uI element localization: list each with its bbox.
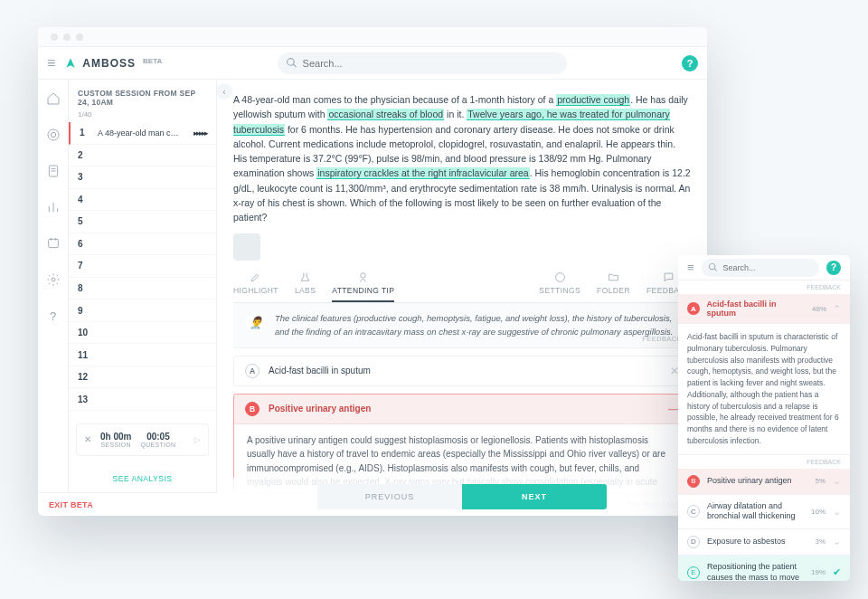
question-row[interactable]: 4 [69,189,216,212]
question-row[interactable]: 1 A 48-year-old man c… ▸▸▸▸▸ [69,122,216,145]
option-letter: A [687,302,700,315]
answer-option-b[interactable]: B Positive urinary antigen 5% ⌄ [678,469,850,495]
chevron-down-icon: ⌄ [833,536,841,547]
question-row[interactable]: 10 [69,322,216,345]
svg-point-0 [48,129,59,140]
search-input[interactable] [702,259,819,277]
menu-icon[interactable]: ≡ [47,55,55,71]
target-icon[interactable] [45,127,61,143]
top-bar: ≡ AMBOSS BETA ? [38,47,707,80]
question-row[interactable]: 12 [69,366,216,389]
answer-option-a[interactable]: A Acid-fast bacilli in sputum 48% ⌃ [678,294,850,324]
previous-button[interactable]: PREVIOUS [317,484,462,509]
help-button[interactable]: ? [826,261,841,275]
nav-rail: ? [38,80,69,492]
timer-panel: ✕ 0h 00m SESSION 00:05 QUESTION ▷ [76,423,209,456]
question-number: 1 [80,128,90,138]
check-icon: ✔ [833,566,841,578]
mobile-topbar: ≡ ? [678,255,850,280]
feedback-label[interactable]: FEEDBACK [678,280,850,294]
option-label: Acid-fast bacilli in sputum [707,300,805,318]
question-row[interactable]: 3 [69,166,216,189]
notes-icon[interactable] [45,163,61,179]
doctor-icon: 👨‍⚕️ [246,312,266,332]
option-explanation: Acid-fast bacilli in sputum is character… [678,324,850,455]
question-row[interactable]: 7 [69,255,216,278]
tab-attending-tip[interactable]: ATTENDING TIP [332,271,394,302]
tab-settings[interactable]: SETTINGS [539,271,580,302]
play-icon[interactable]: ▷ [194,435,201,444]
answer-option-d[interactable]: D Exposure to asbestos 3% ⌄ [678,529,850,556]
svg-point-6 [555,273,564,282]
session-time: 0h 00m [100,432,131,442]
search-input[interactable] [278,52,567,74]
question-row[interactable]: 9 [69,300,216,322]
option-label: Acid-fast bacilli in sputum [269,366,371,376]
option-percent: 48% [812,305,826,313]
window-chrome [38,27,707,47]
svg-rect-3 [48,239,58,247]
search-icon [708,262,718,272]
brand-text: AMBOSS [82,57,136,70]
browser-window: ≡ AMBOSS BETA ? ? CUSTOM SESSION FROM [38,27,707,516]
see-analysis-link[interactable]: SEE ANALYSIS [69,469,216,492]
layout-body: ? CUSTOM SESSION FROM SEP 24, 10AM 1/40 … [38,80,707,492]
chevron-down-icon: ⌄ [833,475,841,487]
session-title: CUSTOM SESSION FROM SEP 24, 10AM [69,80,216,110]
question-row[interactable]: 11 [69,344,216,366]
tip-text: The clinical features (productive cough,… [275,312,678,338]
chrome-dot [76,33,83,41]
xray-thumbnail[interactable] [233,233,260,261]
mobile-window: ≡ ? FEEDBACK A Acid-fast bacilli in sput… [678,255,850,581]
settings-icon[interactable] [45,271,61,288]
tab-folder[interactable]: FOLDER [597,271,630,302]
chevron-up-icon: ⌃ [834,304,841,313]
logo-icon [64,57,77,70]
close-icon[interactable]: ✕ [84,434,91,444]
brand-logo[interactable]: AMBOSS BETA [64,57,162,70]
help-button[interactable]: ? [682,55,698,71]
answer-option-e[interactable]: E Repositioning the patient causes the m… [678,556,850,581]
option-letter: B [245,402,259,416]
attending-tip-box: 👨‍⚕️ The clinical features (productive c… [233,303,691,348]
question-row[interactable]: 5 [69,211,216,233]
option-letter: A [245,364,259,378]
chrome-dot [51,33,58,41]
next-button[interactable]: NEXT [462,484,607,509]
question-row[interactable]: 2 [69,145,216,167]
question-row[interactable]: 13 [69,388,216,411]
session-sidebar: CUSTOM SESSION FROM SEP 24, 10AM 1/40 1 … [69,80,217,492]
tab-labs[interactable]: LABS [295,271,316,302]
question-row[interactable]: 8 [69,278,216,300]
question-row[interactable]: 6 [69,233,216,256]
main-content: ‹ A 48-year-old man comes to the physici… [217,80,707,492]
exit-beta-link[interactable]: EXIT BETA [49,500,93,509]
difficulty-icon: ▸▸▸▸▸ [193,128,207,138]
question-preview: A 48-year-old man c… [98,128,186,138]
chevron-down-icon: ⌄ [833,506,841,518]
answer-option-a[interactable]: A Acid-fast bacilli in sputum ✕ [233,356,691,386]
highlight-span[interactable]: inspiratory crackles at the right infrac… [316,167,529,179]
option-label: Positive urinary antigen [269,404,371,414]
session-progress: 1/40 [69,110,216,122]
svg-point-4 [52,278,55,281]
feedback-label[interactable]: FEEDBACK [678,455,850,469]
tab-highlight[interactable]: HIGHLIGHT [233,271,278,302]
menu-icon[interactable]: ≡ [687,261,694,274]
beta-tag: BETA [143,57,162,65]
question-icon[interactable]: ? [45,308,61,324]
folder-icon[interactable] [45,235,61,252]
home-icon[interactable] [45,90,61,107]
svg-point-5 [361,273,365,278]
stats-icon[interactable] [45,199,61,215]
highlight-span[interactable]: occasional streaks of blood [327,109,444,120]
highlight-span[interactable]: productive cough [556,94,630,106]
answer-option-c[interactable]: C Airway dilatation and bronchial wall t… [678,495,850,529]
tool-tabs: HIGHLIGHT LABS ATTENDING TIP SETTINGS FO… [233,271,691,303]
nav-buttons: PREVIOUS NEXT [217,478,707,516]
question-time: 00:05 [140,432,175,442]
search-icon [286,57,297,69]
chrome-dot [63,33,71,41]
question-stem: A 48-year-old man comes to the physician… [233,92,691,224]
feedback-link[interactable]: FEEDBACK [642,334,682,344]
